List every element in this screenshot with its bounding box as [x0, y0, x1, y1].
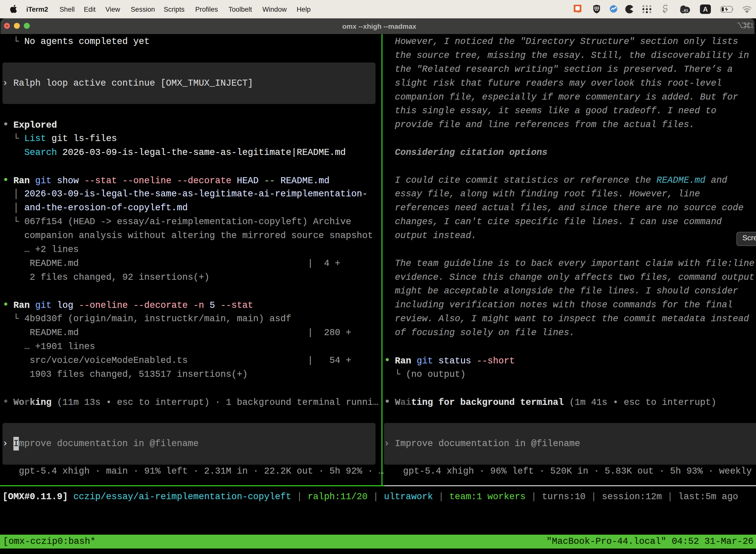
svg-text:..61: ..61 [682, 8, 688, 12]
svg-text:A: A [703, 6, 708, 13]
svg-text:1: 1 [750, 22, 753, 29]
